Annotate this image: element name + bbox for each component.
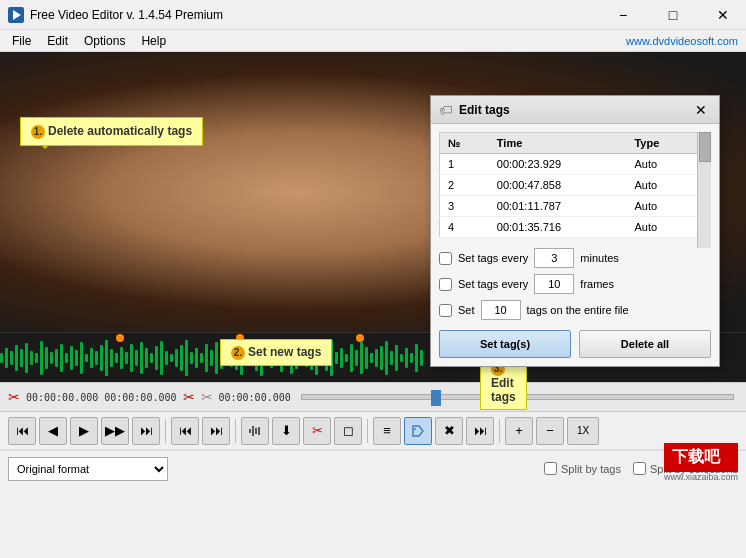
- set-tags-file-checkbox[interactable]: [439, 304, 452, 317]
- modal-overlay: 🏷 Edit tags ✕ № Time Type: [0, 0, 746, 558]
- tags-table-wrapper: № Time Type 1 00:00:23.929 Auto 2 00:00:…: [439, 132, 711, 248]
- cell-type: Auto: [626, 154, 696, 175]
- option-row-3: Set tags on the entire file: [439, 300, 711, 320]
- tags-frames-input[interactable]: [534, 274, 574, 294]
- tags-minutes-input[interactable]: [534, 248, 574, 268]
- edit-tags-modal: 🏷 Edit tags ✕ № Time Type: [430, 95, 720, 367]
- modal-close-button[interactable]: ✕: [691, 100, 711, 120]
- col-header-num: №: [440, 133, 489, 154]
- cell-type: Auto: [626, 196, 696, 217]
- set-tags-minutes-label: Set tags every: [458, 252, 528, 264]
- tags-file-input[interactable]: [481, 300, 521, 320]
- modal-body: № Time Type 1 00:00:23.929 Auto 2 00:00:…: [431, 124, 719, 366]
- minutes-label: minutes: [580, 252, 619, 264]
- modal-header: 🏷 Edit tags ✕: [431, 96, 719, 124]
- table-row[interactable]: 2 00:00:47.858 Auto: [440, 175, 711, 196]
- option-row-2: Set tags every frames: [439, 274, 711, 294]
- cell-time: 00:01:11.787: [489, 196, 627, 217]
- cell-num: 4: [440, 217, 489, 238]
- cell-time: 00:00:23.929: [489, 154, 627, 175]
- col-header-time: Time: [489, 133, 627, 154]
- set-tags-minutes-checkbox[interactable]: [439, 252, 452, 265]
- cell-num: 3: [440, 196, 489, 217]
- cell-time: 00:00:47.858: [489, 175, 627, 196]
- table-scrollbar[interactable]: [697, 132, 711, 248]
- option-row-1: Set tags every minutes: [439, 248, 711, 268]
- table-row[interactable]: 4 00:01:35.716 Auto: [440, 217, 711, 238]
- table-scrollbar-thumb[interactable]: [699, 132, 711, 162]
- cell-time: 00:01:35.716: [489, 217, 627, 238]
- table-row[interactable]: 1 00:00:23.929 Auto: [440, 154, 711, 175]
- set-tags-frames-label: Set tags every: [458, 278, 528, 290]
- set-tags-frames-checkbox[interactable]: [439, 278, 452, 291]
- modal-icon: 🏷: [439, 102, 453, 118]
- col-header-type: Type: [626, 133, 696, 154]
- cell-num: 2: [440, 175, 489, 196]
- tags-file-unit: tags on the entire file: [527, 304, 629, 316]
- cell-num: 1: [440, 154, 489, 175]
- tags-table: № Time Type 1 00:00:23.929 Auto 2 00:00:…: [439, 132, 711, 238]
- modal-title: Edit tags: [459, 103, 691, 117]
- modal-actions: Set tag(s) Delete all: [439, 330, 711, 358]
- cell-type: Auto: [626, 175, 696, 196]
- frames-label: frames: [580, 278, 614, 290]
- table-row[interactable]: 3 00:01:11.787 Auto: [440, 196, 711, 217]
- cell-type: Auto: [626, 217, 696, 238]
- set-tags-file-label: Set: [458, 304, 475, 316]
- set-tags-button[interactable]: Set tag(s): [439, 330, 571, 358]
- delete-all-button[interactable]: Delete all: [579, 330, 711, 358]
